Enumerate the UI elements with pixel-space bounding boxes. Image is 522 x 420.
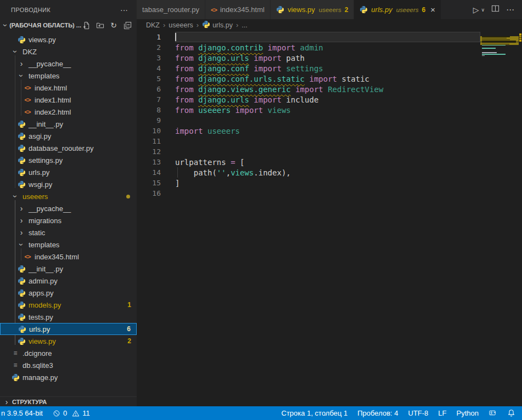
overview-ruler[interactable] [519, 31, 522, 406]
tree-item-manage-py[interactable]: manage.py [0, 371, 137, 383]
tree-item-label: templates [29, 72, 59, 80]
tree-item-apps-py[interactable]: apps.py [0, 287, 137, 299]
code-line-7[interactable]: 7from django.urls import include [137, 94, 522, 105]
tree-item-urls-py[interactable]: urls.py6 [0, 323, 137, 335]
tree-item-admin-py[interactable]: admin.py [0, 275, 137, 287]
tree-item-migrations[interactable]: ›migrations [0, 214, 137, 226]
eol-status[interactable]: LF [433, 406, 451, 420]
new-folder-icon[interactable] [95, 20, 105, 30]
explorer-more-actions-icon[interactable]: ··· [120, 5, 128, 14]
tree-item--init-py[interactable]: __init__.py [0, 263, 137, 275]
code-line-12[interactable]: 12 [137, 146, 522, 157]
tree-item-label: wsgi.py [29, 180, 52, 189]
tree-item-views-py[interactable]: views.py [0, 33, 137, 46]
tree-item-settings-py[interactable]: settings.py [0, 154, 137, 166]
refresh-icon[interactable]: ↻ [109, 20, 119, 30]
tab-description: useeers [319, 7, 341, 13]
workspace-section-header[interactable]: › (РАБОЧАЯ ОБЛАСТЬ) ... ↻ [0, 19, 137, 31]
status-right: Строка 1, столбец 1 Пробелов: 4 UTF-8 LF… [277, 406, 522, 420]
cursor-position-status[interactable]: Строка 1, столбец 1 [277, 406, 353, 420]
more-actions-icon[interactable]: ⋯ [506, 5, 514, 15]
tree-item--pycache-[interactable]: ›__pycache__ [0, 202, 137, 214]
code-line-5[interactable]: 5from django.conf.urls.static import sta… [137, 73, 522, 84]
tree-item-tests-py[interactable]: tests.py [0, 311, 137, 323]
line-number: 3 [137, 54, 175, 62]
warning-mark [519, 35, 521, 36]
tree-item-useeers[interactable]: ›useeers [0, 190, 137, 202]
python-icon [276, 5, 284, 14]
tree-item-wsgi-py[interactable]: wsgi.py [0, 178, 137, 190]
tree-item-index-html[interactable]: <>index.html [0, 82, 137, 94]
line-number: 5 [137, 75, 175, 83]
code-line-13[interactable]: 13urlpatterns = [ [137, 157, 522, 167]
python-icon [11, 373, 20, 382]
breadcrumb-item[interactable]: urls.py [202, 20, 233, 30]
warning-mark [519, 36, 521, 37]
code-line-10[interactable]: 10import useeers [137, 126, 522, 136]
python-icon [17, 120, 26, 128]
code-editor[interactable]: 12from django.contrib import admin3from … [137, 31, 522, 406]
new-file-icon[interactable] [81, 20, 91, 30]
tree-item-templates[interactable]: ›templates [0, 70, 137, 82]
problems-status[interactable]: 0 11 [48, 406, 95, 420]
tree-item--dcignore[interactable]: ≡.dcignore [0, 347, 137, 359]
collapse-all-icon[interactable] [122, 20, 132, 30]
tab-index345-html[interactable]: <>index345.html [205, 0, 271, 19]
language-mode-status[interactable]: Python [452, 406, 484, 420]
run-dropdown-icon[interactable]: ∨ [481, 7, 485, 13]
tree-item-urls-py[interactable]: urls.py [0, 166, 137, 178]
code-line-15[interactable]: 15] [137, 178, 522, 188]
breadcrumb-separator-icon: › [197, 21, 199, 29]
tree-item-index2-html[interactable]: <>index2.html [0, 106, 137, 118]
bell-icon[interactable] [502, 406, 522, 420]
code-line-6[interactable]: 6from django.views.generic import Redire… [137, 84, 522, 94]
workspace-actions: ↻ [81, 20, 132, 30]
problems-badge: 1 [127, 301, 131, 309]
tree-item-DKZ[interactable]: ›DKZ [0, 46, 137, 58]
tree-item-label: useeers [23, 192, 48, 201]
indentation-status[interactable]: Пробелов: 4 [352, 406, 403, 420]
tree-item-asgi-py[interactable]: asgi.py [0, 130, 137, 142]
close-icon[interactable]: × [430, 5, 435, 14]
python-interpreter-status[interactable]: n 3.9.5 64-bit [0, 406, 48, 420]
tree-item-index345-html[interactable]: <>index345.html [0, 251, 137, 263]
tab-views-py[interactable]: views.pyuseeers2 [271, 0, 354, 19]
tree-item-database-roouter-py[interactable]: database_roouter.py [0, 142, 137, 154]
breadcrumb-item[interactable]: ... [242, 21, 247, 29]
tree-item-static[interactable]: ›static [0, 226, 137, 239]
tab-tabase-roouter-py[interactable]: tabase_roouter.py [137, 0, 205, 19]
outline-label: СТРУКТУРА [12, 399, 47, 405]
minimap-line [482, 52, 497, 53]
status-bar: n 3.9.5 64-bit 0 11 Строка 1, столбец 1 … [0, 406, 522, 420]
tree-item-views-py[interactable]: views.py2 [0, 335, 137, 347]
code-line-2[interactable]: 2from django.contrib import admin [137, 42, 522, 53]
code-line-8[interactable]: 8from useeers import views [137, 105, 522, 115]
minimap-line [482, 55, 485, 56]
tree-item-models-py[interactable]: models.py1 [0, 299, 137, 311]
encoding-status[interactable]: UTF-8 [403, 406, 434, 420]
code-line-14[interactable]: 14 path('',views.index), [137, 167, 522, 178]
feedback-icon[interactable] [484, 406, 502, 420]
chevron-right-icon: › [17, 59, 26, 68]
code-line-9[interactable]: 9 [137, 115, 522, 126]
tab-urls-py[interactable]: urls.pyuseeers6× [354, 0, 441, 19]
line-number: 2 [137, 43, 175, 52]
code-line-16[interactable]: 16 [137, 188, 522, 198]
tree-item-templates[interactable]: ›templates [0, 239, 137, 251]
tree-item-label: views.py [29, 337, 56, 345]
minimap[interactable] [480, 33, 519, 99]
code-line-4[interactable]: 4from django.conf import settings [137, 63, 522, 73]
breadcrumb-item[interactable]: DKZ [146, 21, 160, 29]
tree-item--pycache-[interactable]: ›__pycache__ [0, 58, 137, 70]
code-line-11[interactable]: 11 [137, 136, 522, 146]
run-button[interactable]: ▷ [473, 5, 479, 14]
code-line-3[interactable]: 3from django.urls import path [137, 53, 522, 63]
tree-item--init-py[interactable]: __init__.py [0, 118, 137, 130]
tree-item-index1-html[interactable]: <>index1.html [0, 94, 137, 106]
split-editor-icon[interactable] [491, 4, 499, 15]
code-line-1[interactable]: 1 [137, 32, 522, 42]
tree-item-db-sqlite3[interactable]: ≡db.sqlite3 [0, 359, 137, 371]
indent-guide [177, 167, 178, 178]
breadcrumb-item[interactable]: useeers [169, 21, 193, 29]
outline-section-header[interactable]: › СТРУКТУРА [0, 396, 137, 406]
